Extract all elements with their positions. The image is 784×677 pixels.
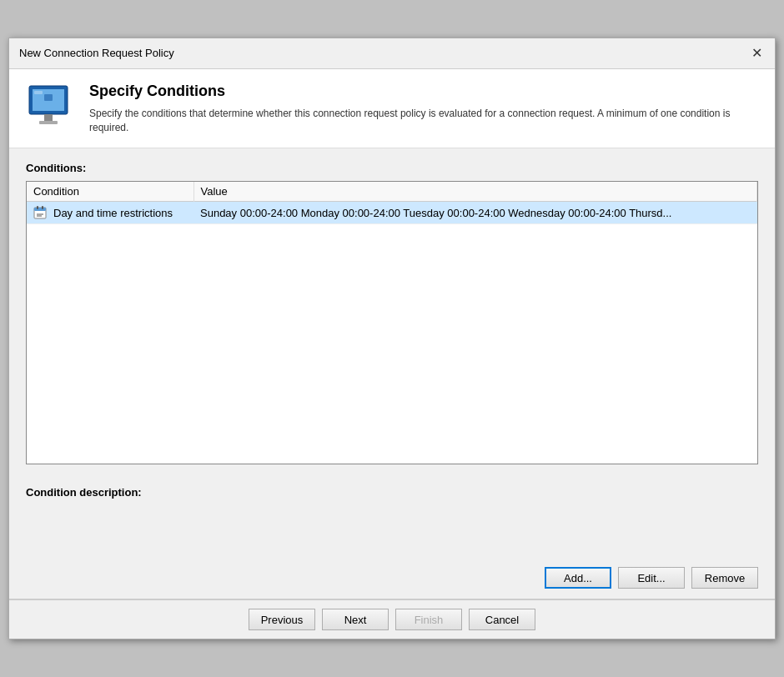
cancel-button[interactable]: Cancel [469, 609, 535, 630]
page-title: Specify Conditions [89, 83, 758, 100]
conditions-table-container[interactable]: Condition Value [26, 181, 758, 464]
conditions-table: Condition Value [27, 182, 757, 224]
day-time-icon [33, 205, 48, 220]
value-cell: Sunday 00:00-24:00 Monday 00:00-24:00 Tu… [193, 202, 757, 224]
bottom-navigation-bar: Previous Next Finish Cancel [9, 599, 775, 639]
svg-rect-3 [39, 121, 58, 124]
column-header-condition: Condition [27, 182, 193, 202]
dialog-title: New Connection Request Policy [19, 47, 174, 59]
svg-rect-9 [42, 206, 43, 209]
title-bar: New Connection Request Policy ✕ [9, 38, 775, 69]
header-section: Specify Conditions Specify the condition… [9, 69, 775, 149]
next-button[interactable]: Next [322, 609, 389, 630]
condition-name: Day and time restrictions [53, 207, 173, 219]
previous-button[interactable]: Previous [249, 609, 315, 630]
remove-button[interactable]: Remove [691, 567, 758, 589]
condition-cell: Day and time restrictions [27, 202, 193, 223]
condition-description-section: Condition description: [9, 478, 775, 560]
svg-rect-8 [37, 206, 38, 209]
content-section: Conditions: Condition Value [9, 148, 775, 478]
add-button[interactable]: Add... [545, 567, 611, 589]
svg-rect-4 [34, 91, 43, 94]
page-description: Specify the conditions that determine wh… [89, 107, 758, 135]
svg-rect-7 [34, 208, 46, 211]
condition-description-label: Condition description: [26, 486, 758, 499]
svg-rect-5 [44, 94, 53, 101]
svg-rect-2 [44, 114, 53, 121]
column-header-value: Value [193, 182, 757, 202]
header-text: Specify Conditions Specify the condition… [89, 83, 758, 135]
dialog-window: New Connection Request Policy ✕ Specify … [8, 38, 776, 640]
table-row[interactable]: Day and time restrictions Sunday 00:00-2… [27, 202, 757, 224]
condition-description-content [26, 502, 758, 552]
edit-button[interactable]: Edit... [618, 567, 685, 589]
computer-icon [26, 83, 76, 133]
finish-button[interactable]: Finish [395, 609, 462, 630]
action-buttons: Add... Edit... Remove [9, 560, 775, 599]
conditions-label: Conditions: [26, 162, 758, 174]
close-button[interactable]: ✕ [748, 45, 765, 62]
table-header-row: Condition Value [27, 182, 757, 202]
